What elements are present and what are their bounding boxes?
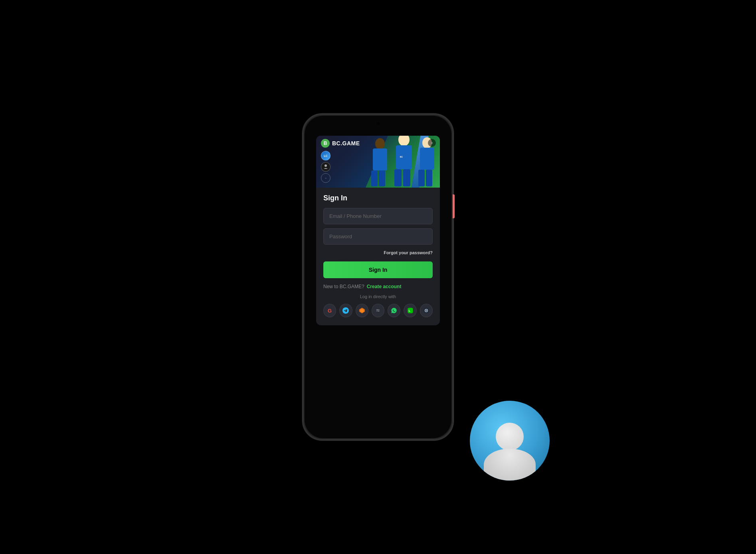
logo-text: BC.GAME — [332, 140, 360, 146]
svg-text:L: L — [409, 309, 410, 312]
svg-rect-12 — [418, 170, 425, 186]
social-login-row: G — [323, 304, 433, 317]
svg-point-0 — [325, 164, 327, 167]
create-account-link[interactable]: Create account — [367, 284, 402, 289]
sign-in-title: Sign In — [323, 194, 433, 202]
svg-rect-6 — [396, 145, 412, 169]
login-directly-text: Log in directly with — [323, 294, 433, 299]
svg-text:BC: BC — [400, 156, 403, 158]
avatar-circle — [470, 401, 550, 481]
sign-in-button[interactable]: Sign In — [323, 261, 433, 278]
partner-logo-2 — [321, 162, 331, 172]
modal-overlay: B BC.GAME LC — [305, 116, 451, 438]
metamask-login-button[interactable] — [356, 304, 368, 317]
steam-login-button[interactable] — [420, 304, 433, 317]
new-account-row: New to BC.GAME? Create account — [323, 284, 433, 289]
avatar-body — [484, 449, 536, 481]
svg-point-5 — [398, 136, 410, 146]
partner-logo-3: ~ — [321, 173, 331, 183]
svg-rect-3 — [371, 170, 378, 186]
email-phone-input[interactable] — [323, 208, 433, 224]
new-to-text: New to BC.GAME? — [323, 284, 364, 289]
whatsapp-login-button[interactable] — [388, 304, 400, 317]
svg-rect-13 — [426, 170, 432, 186]
tilde-login-button[interactable]: ≈ — [372, 304, 384, 317]
svg-point-21 — [426, 310, 427, 311]
sign-in-modal: B BC.GAME LC — [316, 136, 440, 325]
scene: B BC.GAME LC — [238, 57, 518, 497]
google-login-button[interactable]: G — [323, 304, 336, 317]
logo-icon: B — [321, 139, 330, 148]
svg-rect-11 — [420, 148, 434, 170]
svg-rect-9 — [403, 169, 410, 186]
line-login-button[interactable]: L — [404, 304, 416, 317]
modal-banner: B BC.GAME LC — [316, 136, 440, 188]
avatar-head — [496, 423, 524, 451]
screen: B BC.GAME LC — [305, 116, 451, 438]
svg-rect-4 — [379, 170, 385, 186]
avatar-bubble — [470, 401, 550, 481]
phone-shell: B BC.GAME LC — [302, 113, 454, 441]
forgot-password-row: Forgot your password? — [323, 249, 433, 256]
svg-point-1 — [375, 138, 385, 149]
svg-rect-8 — [394, 169, 402, 186]
partner-logos: LC ~ — [321, 151, 331, 183]
logo-area: B BC.GAME — [321, 139, 360, 148]
password-input[interactable] — [323, 228, 433, 245]
phone-inner: B BC.GAME LC — [305, 116, 451, 438]
close-button[interactable]: × — [428, 139, 436, 147]
telegram-login-button[interactable] — [339, 304, 352, 317]
partner-logo-1: LC — [321, 151, 331, 160]
svg-rect-2 — [373, 148, 387, 170]
modal-body: Sign In Forgot your password? Sign In Ne… — [316, 188, 440, 325]
side-button — [453, 194, 455, 218]
forgot-password-link[interactable]: Forgot your password? — [384, 250, 433, 255]
